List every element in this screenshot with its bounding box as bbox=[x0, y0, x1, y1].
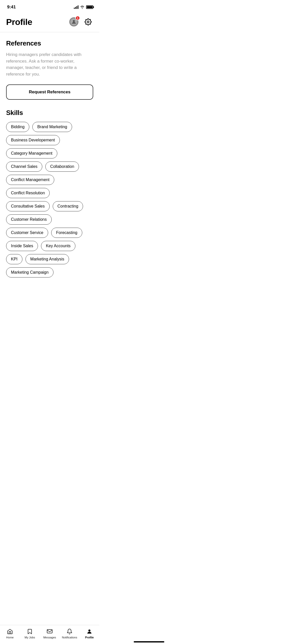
status-time: 9:41 bbox=[7, 5, 16, 10]
battery-icon bbox=[86, 5, 93, 9]
page-title: Profile bbox=[6, 17, 32, 27]
status-icons bbox=[74, 5, 93, 9]
skill-tag[interactable]: Brand Marketing bbox=[32, 122, 72, 132]
notification-badge: 1 bbox=[75, 16, 80, 20]
notification-button[interactable]: 1 bbox=[69, 17, 79, 27]
header: Profile 1 bbox=[0, 13, 99, 32]
skill-tag[interactable]: Customer Service bbox=[6, 228, 48, 238]
skill-tag[interactable]: Category Management bbox=[6, 148, 57, 158]
skill-tag[interactable]: Collaboration bbox=[45, 162, 79, 172]
skill-tag[interactable]: KPI bbox=[6, 254, 22, 264]
wifi-icon bbox=[80, 5, 85, 9]
skill-tag[interactable]: Contracting bbox=[53, 201, 83, 211]
skill-tag[interactable]: Marketing Campaign bbox=[6, 267, 53, 277]
main-content: References Hiring managers prefer candid… bbox=[0, 32, 99, 303]
skill-tag[interactable]: Conflict Resolution bbox=[6, 188, 50, 198]
gear-icon bbox=[85, 18, 92, 25]
header-actions: 1 bbox=[69, 17, 93, 27]
signal-bars-icon bbox=[74, 5, 78, 9]
skill-tag[interactable]: Business Developement bbox=[6, 135, 60, 145]
skill-tag[interactable]: Inside Sales bbox=[6, 241, 38, 251]
skill-tag[interactable]: Key Accounts bbox=[41, 241, 75, 251]
skill-tag[interactable]: Bidding bbox=[6, 122, 29, 132]
skills-title: Skills bbox=[6, 109, 93, 117]
skill-tag[interactable]: Forecasting bbox=[51, 228, 82, 238]
skill-tag[interactable]: Marketing Analysis bbox=[25, 254, 69, 264]
svg-point-0 bbox=[73, 20, 75, 22]
skill-tag[interactable]: Conflict Management bbox=[6, 175, 54, 185]
avatar-icon bbox=[71, 19, 76, 24]
svg-rect-1 bbox=[72, 23, 76, 24]
settings-button[interactable] bbox=[83, 17, 93, 27]
skill-tag[interactable]: Channel Sales bbox=[6, 162, 42, 172]
references-title: References bbox=[6, 39, 93, 47]
status-bar: 9:41 bbox=[0, 0, 99, 13]
skill-tag[interactable]: Customer Relations bbox=[6, 214, 52, 225]
svg-point-2 bbox=[87, 21, 89, 23]
skill-tag[interactable]: Consultative Sales bbox=[6, 201, 50, 211]
request-references-button[interactable]: Request References bbox=[6, 84, 93, 100]
skills-container: BiddingBrand MarketingBusiness Developem… bbox=[6, 122, 93, 277]
references-description: Hiring managers prefer candidates with r… bbox=[6, 51, 93, 77]
